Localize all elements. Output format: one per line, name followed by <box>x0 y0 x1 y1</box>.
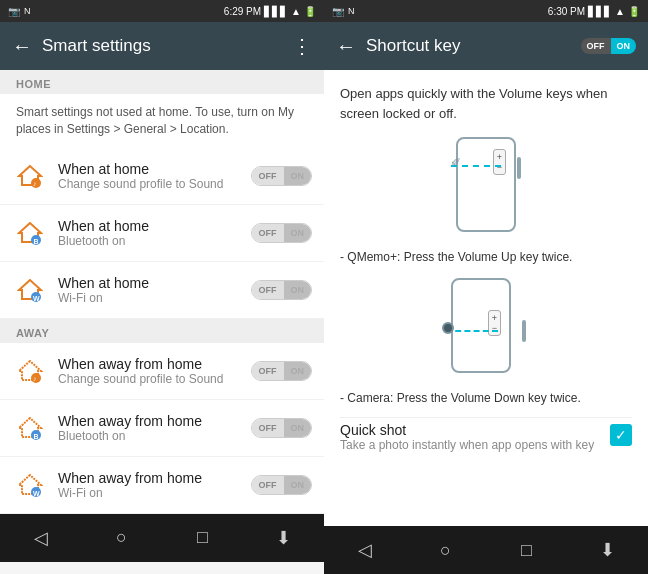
svg-text:♪: ♪ <box>33 180 37 187</box>
svg-text:B: B <box>34 432 39 439</box>
svg-text:W: W <box>33 489 40 496</box>
away-bluetooth-toggle[interactable]: OFF ON <box>251 418 313 438</box>
home-bluetooth-row[interactable]: B When at home Bluetooth on OFF ON <box>0 205 324 262</box>
left-nav-recent[interactable]: □ <box>183 518 223 558</box>
right-time: 6:30 PM <box>548 6 585 17</box>
home-wifi-icon: W <box>12 272 48 308</box>
right-description: Open apps quickly with the Volume keys w… <box>340 84 632 123</box>
home-bluetooth-text: When at home Bluetooth on <box>58 218 241 248</box>
home-sound-subtitle: Change sound profile to Sound <box>58 177 241 191</box>
right-header-toggle[interactable]: OFF ON <box>581 38 637 54</box>
right-page-title: Shortcut key <box>366 36 571 56</box>
away-sound-title: When away from home <box>58 356 241 372</box>
home-wifi-toggle-off[interactable]: OFF <box>252 281 284 299</box>
right-battery-icon: 🔋 <box>628 6 640 17</box>
right-nav-home[interactable]: ○ <box>426 530 466 570</box>
away-wifi-text: When away from home Wi-Fi on <box>58 470 241 500</box>
wifi-status-icon: ▲ <box>291 6 301 17</box>
left-nav-down[interactable]: ⬇ <box>264 518 304 558</box>
home-wifi-row[interactable]: W When at home Wi-Fi on OFF ON <box>0 262 324 319</box>
quick-shot-subtitle: Take a photo instantly when app opens wi… <box>340 438 600 452</box>
home-bluetooth-title: When at home <box>58 218 241 234</box>
camera-dot-icon <box>442 322 454 334</box>
away-sound-icon: ♪ <box>12 353 48 389</box>
home-bluetooth-toggle[interactable]: OFF ON <box>251 223 313 243</box>
battery-icon: 🔋 <box>304 6 316 17</box>
camera-illustration: + − <box>340 278 632 378</box>
checkmark-icon: ✓ <box>615 427 627 443</box>
left-nav-back[interactable]: ◁ <box>21 518 61 558</box>
away-wifi-toggle-on[interactable]: ON <box>284 476 312 494</box>
home-bluetooth-toggle-off[interactable]: OFF <box>252 224 284 242</box>
right-status-icons: 📷 N <box>332 6 355 17</box>
home-sound-toggle-off[interactable]: OFF <box>252 167 284 185</box>
qmemo-phone-body: + − <box>456 137 516 232</box>
left-status-right: 6:29 PM ▋▋▋ ▲ 🔋 <box>224 6 316 17</box>
away-sound-toggle-on[interactable]: ON <box>284 362 312 380</box>
away-sound-row[interactable]: ♪ When away from home Change sound profi… <box>0 343 324 400</box>
notification-icon: 📷 <box>8 6 20 17</box>
home-sound-text: When at home Change sound profile to Sou… <box>58 161 241 191</box>
away-sound-toggle[interactable]: OFF ON <box>251 361 313 381</box>
home-bluetooth-icon: B <box>12 215 48 251</box>
left-panel: 📷 N 6:29 PM ▋▋▋ ▲ 🔋 ← Smart settings ⋮ H… <box>0 0 324 574</box>
away-bluetooth-subtitle: Bluetooth on <box>58 429 241 443</box>
away-bluetooth-row[interactable]: B When away from home Bluetooth on OFF O… <box>0 400 324 457</box>
right-nav-recent[interactable]: □ <box>507 530 547 570</box>
right-toggle-on-label[interactable]: ON <box>611 38 637 54</box>
home-sound-toggle[interactable]: OFF ON <box>251 166 313 186</box>
left-status-bar: 📷 N 6:29 PM ▋▋▋ ▲ 🔋 <box>0 0 324 22</box>
away-wifi-icon: W <box>12 467 48 503</box>
right-main-content: Open apps quickly with the Volume keys w… <box>324 70 648 526</box>
away-wifi-toggle[interactable]: OFF ON <box>251 475 313 495</box>
home-sound-row[interactable]: ♪ When at home Change sound profile to S… <box>0 148 324 205</box>
quick-shot-checkbox[interactable]: ✓ <box>610 424 632 446</box>
away-bluetooth-toggle-off[interactable]: OFF <box>252 419 284 437</box>
home-sound-icon: ♪ <box>12 158 48 194</box>
qmemo-volume-indicator: + − <box>493 149 506 175</box>
home-wifi-toggle[interactable]: OFF ON <box>251 280 313 300</box>
home-wifi-toggle-on[interactable]: ON <box>284 281 312 299</box>
away-sound-text: When away from home Change sound profile… <box>58 356 241 386</box>
left-bottom-nav: ◁ ○ □ ⬇ <box>0 514 324 562</box>
quick-shot-row[interactable]: Quick shot Take a photo instantly when a… <box>340 417 632 452</box>
home-sound-title: When at home <box>58 161 241 177</box>
away-bluetooth-toggle-on[interactable]: ON <box>284 419 312 437</box>
away-bluetooth-title: When away from home <box>58 413 241 429</box>
right-toggle-off-label[interactable]: OFF <box>581 38 611 54</box>
away-sound-toggle-off[interactable]: OFF <box>252 362 284 380</box>
away-wifi-subtitle: Wi-Fi on <box>58 486 241 500</box>
right-signal-icon: ▋▋▋ <box>588 6 612 17</box>
home-bluetooth-toggle-on[interactable]: ON <box>284 224 312 242</box>
camera-text: - Camera: Press the Volume Down key twic… <box>340 390 632 407</box>
away-wifi-row[interactable]: W When away from home Wi-Fi on OFF ON <box>0 457 324 514</box>
away-bluetooth-icon: B <box>12 410 48 446</box>
away-section-label: AWAY <box>0 319 324 343</box>
home-sound-toggle-on[interactable]: ON <box>284 167 312 185</box>
camera-volume-indicator: + − <box>488 310 501 336</box>
svg-text:♪: ♪ <box>33 375 37 382</box>
right-nav-back[interactable]: ◁ <box>345 530 385 570</box>
left-menu-button[interactable]: ⋮ <box>292 34 312 58</box>
left-time: 6:29 PM <box>224 6 261 17</box>
right-wifi-status-icon: ▲ <box>615 6 625 17</box>
left-status-icons: 📷 N <box>8 6 31 17</box>
qmemo-illustration: + − ✏ <box>340 137 632 237</box>
home-wifi-title: When at home <box>58 275 241 291</box>
quick-shot-text: Quick shot Take a photo instantly when a… <box>340 422 600 452</box>
home-bluetooth-subtitle: Bluetooth on <box>58 234 241 248</box>
right-status-bar: 📷 N 6:30 PM ▋▋▋ ▲ 🔋 <box>324 0 648 22</box>
svg-text:B: B <box>34 237 39 244</box>
away-wifi-title: When away from home <box>58 470 241 486</box>
left-back-button[interactable]: ← <box>12 35 32 58</box>
left-nav-home[interactable]: ○ <box>102 518 142 558</box>
qmemo-phone: + − ✏ <box>451 137 521 237</box>
home-section-label: HOME <box>0 70 324 94</box>
right-top-bar: ← Shortcut key OFF ON <box>324 22 648 70</box>
home-info-text: Smart settings not used at home. To use,… <box>16 105 294 136</box>
away-wifi-toggle-off[interactable]: OFF <box>252 476 284 494</box>
right-nav-down[interactable]: ⬇ <box>588 530 628 570</box>
right-back-button[interactable]: ← <box>336 35 356 58</box>
home-wifi-subtitle: Wi-Fi on <box>58 291 241 305</box>
camera-dotted-line <box>446 330 498 332</box>
